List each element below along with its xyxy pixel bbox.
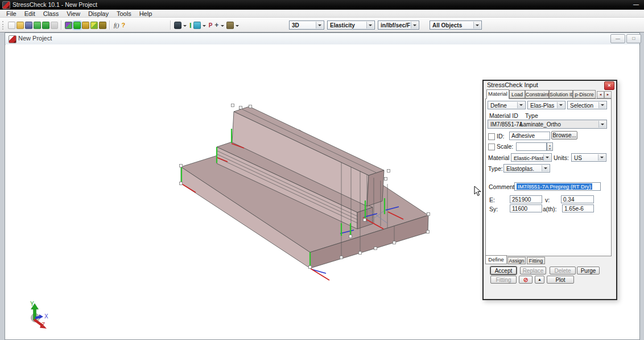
chevron-down-icon[interactable] [366, 22, 374, 28]
app-titlebar[interactable]: StressCheck 10.1 - New Project — [0, 0, 644, 10]
select-highlight-icon[interactable] [73, 22, 81, 29]
tab-constraint[interactable]: Constraint [525, 90, 549, 99]
sy-input[interactable]: 11600 [510, 204, 542, 212]
menu-class[interactable]: Class [39, 10, 63, 18]
units-combo-value: in/lbf/sec/F [381, 22, 410, 28]
chevron-down-icon[interactable] [316, 22, 323, 28]
browse-button[interactable]: Browse... [551, 131, 577, 140]
save-icon[interactable] [25, 22, 32, 29]
open-icon[interactable] [16, 22, 24, 29]
archive-folder-icon[interactable] [82, 22, 89, 29]
tab-load[interactable]: Load [509, 90, 525, 99]
toolbar: f() ? I P + 3D Elasticity in/lbf/sec/F [0, 18, 644, 32]
law-combo-value: Elas-Plas [530, 103, 554, 109]
tab-solution-id[interactable]: Solution ID [549, 90, 573, 99]
subtab-fitting[interactable]: Fitting [527, 257, 545, 264]
ath-input[interactable]: 1.65e-6 [562, 204, 594, 212]
objects-cube-icon[interactable] [65, 22, 72, 29]
chevron-down-icon[interactable] [598, 121, 606, 128]
selection-set-dropdown-icon[interactable] [203, 25, 206, 28]
tab-p-discretization[interactable]: p-Discre [573, 90, 596, 99]
comment-label: Comment: [489, 183, 516, 190]
menu-view[interactable]: View [63, 10, 84, 18]
delete-button[interactable]: Delete [550, 267, 576, 275]
dialog-titlebar[interactable]: StressCheck Input × [484, 81, 614, 90]
expand-up-button[interactable]: ▴ [535, 276, 544, 284]
chevron-down-icon[interactable] [517, 102, 525, 108]
menu-display[interactable]: Display [84, 10, 113, 18]
material-type-value: Laminate_Ortho [520, 121, 561, 128]
plot-button[interactable]: Plot [547, 276, 574, 284]
chevron-down-icon[interactable] [473, 22, 481, 28]
scale-input[interactable] [516, 142, 547, 151]
id-checkbox[interactable] [488, 133, 495, 140]
fitting-button[interactable]: Fitting [490, 276, 517, 284]
snapshot-dropdown-icon[interactable] [236, 25, 239, 28]
display-style-icon[interactable] [174, 22, 181, 29]
subtab-assign[interactable]: Assign [507, 257, 526, 264]
subtab-define[interactable]: Define [485, 255, 507, 264]
chevron-down-icon[interactable] [411, 22, 418, 28]
snapshot-icon[interactable] [226, 22, 234, 29]
units-system-combo[interactable]: US [571, 153, 606, 162]
help-icon[interactable]: ? [121, 22, 126, 29]
mode-combo[interactable]: Selection [567, 101, 607, 109]
id-input[interactable]: Adhesive [509, 132, 550, 140]
block-button[interactable]: ⊘ [519, 276, 532, 284]
formula-icon[interactable]: f() [113, 22, 119, 29]
accept-button[interactable]: Accept [490, 267, 517, 275]
points-icon[interactable]: P [208, 22, 213, 29]
tab-scroll-left-icon[interactable]: ◂ [597, 91, 604, 99]
menu-edit[interactable]: Edit [20, 10, 39, 18]
locator-dropdown-icon[interactable] [221, 25, 224, 28]
menu-file[interactable]: File [2, 10, 20, 18]
units-combo[interactable]: in/lbf/sec/F [378, 21, 419, 30]
document-maximize-button[interactable]: □ [626, 34, 641, 43]
document-titlebar[interactable]: New Project — □ [5, 33, 639, 45]
material-id-combo[interactable]: IM7/8551-7A Laminate_Ortho [488, 120, 607, 129]
e-label: E: [489, 196, 495, 203]
dimension-combo[interactable]: 3D [289, 21, 324, 30]
import-icon[interactable] [34, 22, 41, 29]
material-model-combo[interactable]: Elastic-Plastic [511, 153, 552, 162]
chevron-down-icon[interactable] [598, 102, 606, 108]
export-icon[interactable] [42, 22, 49, 29]
replace-button[interactable]: Replace [520, 267, 546, 275]
chevron-down-icon[interactable] [543, 154, 551, 161]
mesh-edit-icon[interactable] [90, 22, 98, 29]
v-input[interactable]: 0.34 [561, 195, 594, 203]
scale-checkbox[interactable] [488, 144, 495, 150]
law-combo[interactable]: Elas-Plas [527, 101, 565, 109]
scale-spinner[interactable]: ▴ ▾ [547, 142, 553, 151]
action-combo[interactable]: Define [488, 101, 526, 109]
menu-help[interactable]: Help [135, 10, 156, 18]
objects-combo-value: All Objects [432, 22, 462, 28]
chevron-down-icon[interactable] [557, 102, 564, 108]
locator-icon[interactable]: + [214, 22, 219, 29]
extrude-beam-icon[interactable]: I [189, 22, 192, 29]
app-minimize-button[interactable]: — [631, 1, 641, 9]
tab-material[interactable]: Material [486, 89, 509, 99]
purge-button[interactable]: Purge [577, 267, 600, 275]
toolbar-grip[interactable] [2, 21, 5, 30]
objects-combo[interactable]: All Objects [430, 21, 482, 30]
document-minimize-button[interactable]: — [610, 34, 625, 43]
mouse-cursor [474, 186, 482, 197]
comment-input[interactable]: IM7/8551-7A Prepreg (RT Dry) [514, 182, 601, 191]
material-type-combo[interactable]: Elastoplas. [503, 164, 550, 173]
tab-scroll-right-icon[interactable]: ▸ [604, 91, 612, 99]
close-icon[interactable]: × [604, 81, 614, 90]
theory-combo[interactable]: Elasticity [327, 21, 375, 30]
selection-set-icon[interactable] [193, 22, 201, 29]
chevron-down-icon[interactable] [542, 165, 549, 171]
document-logo-icon [9, 35, 16, 43]
menubar: File Edit Class View Display Tools Help [0, 10, 644, 18]
spinner-down-icon[interactable]: ▾ [549, 147, 551, 150]
menu-tools[interactable]: Tools [113, 10, 135, 18]
display-style-dropdown-icon[interactable] [183, 25, 187, 28]
chevron-down-icon[interactable] [598, 154, 605, 161]
type-label: Type: [488, 165, 503, 172]
e-input[interactable]: 251900 [510, 195, 542, 203]
shield-icon[interactable] [99, 22, 106, 29]
new-icon[interactable] [8, 22, 15, 29]
